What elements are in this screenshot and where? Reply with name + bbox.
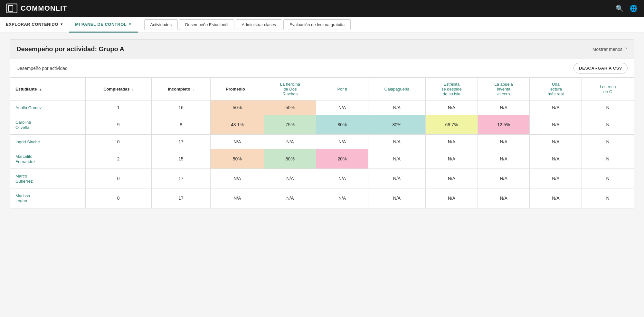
abuela-analia: N/A	[478, 101, 530, 115]
svg-rect-1	[8, 5, 13, 11]
sub-nav-left: EXPLORAR CONTENIDO ▼ MI PANEL DE CONTROL…	[0, 17, 138, 33]
porti-carolina: 80%	[316, 115, 368, 135]
col-header-estrellita[interactable]: Estrellitase despidede su isla	[426, 78, 478, 101]
col-header-incomplete[interactable]: Incompleto ↕	[151, 78, 210, 101]
sort-icon-incomplete: ↕	[193, 88, 194, 91]
tab-actividades[interactable]: Actividades	[144, 19, 178, 30]
completed-carolina: 9	[85, 115, 151, 135]
incomplete-marcelito: 15	[151, 149, 210, 169]
average-marissa: N/A	[211, 188, 264, 208]
student-analia[interactable]: Analia Gomez	[10, 101, 86, 115]
explore-content-nav[interactable]: EXPLORAR CONTENIDO ▼	[0, 17, 69, 33]
porti-analia: N/A	[316, 101, 368, 115]
section-title: Desempeño por actividad: Grupo A	[16, 45, 124, 53]
col-header-student[interactable]: Estudiante ▲	[10, 78, 86, 101]
col-header-los-recu[interactable]: Los recude C	[582, 78, 634, 101]
student-marcelito[interactable]: MarcelitoFernandez	[10, 149, 86, 169]
estrellita-ingrid: N/A	[426, 135, 478, 149]
table-row: MarcoGutierrez 0 17 N/A N/A N/A N/A N/A …	[10, 169, 634, 188]
performance-table-wrapper: Estudiante ▲ Completadas ↕ Incompleto ↕ …	[10, 77, 634, 208]
galapaguena-analia: N/A	[368, 101, 425, 115]
los-recu-marco: N	[582, 169, 634, 188]
average-ingrid: N/A	[211, 135, 264, 149]
incomplete-carolina: 8	[151, 115, 210, 135]
table-controls: Desempeño por actividad DESCARGAR A CSV	[10, 59, 634, 77]
explore-arrow-icon: ▼	[60, 22, 63, 26]
student-carolina[interactable]: CarolinaOlivella	[10, 115, 86, 135]
average-marcelito: 50%	[211, 149, 264, 169]
student-marco[interactable]: MarcoGutierrez	[10, 169, 86, 188]
abuela-marissa: N/A	[478, 188, 530, 208]
porti-marco: N/A	[316, 169, 368, 188]
table-row: CarolinaOlivella 9 8 48.1% 75% 80% 80% 6…	[10, 115, 634, 135]
tab-desempeno[interactable]: Desempeño Estudiantil	[179, 19, 234, 30]
sub-nav-tabs: Actividades Desempeño Estudiantil Admini…	[138, 17, 351, 33]
galapaguena-carolina: 80%	[368, 115, 425, 135]
table-label: Desempeño por actividad	[16, 66, 68, 71]
logo-text: COMMONLIT	[21, 4, 67, 13]
tab-evaluacion[interactable]: Evaluación de lectura gratuita	[283, 19, 351, 30]
una-lectura-analia: N/A	[530, 101, 582, 115]
average-analia: 50%	[211, 101, 264, 115]
globe-icon[interactable]: 🌐	[630, 5, 638, 12]
col-header-heroina[interactable]: La heroínade DosRiachos	[264, 78, 316, 101]
chevron-up-icon: ⌃	[624, 47, 628, 52]
una-lectura-marco: N/A	[530, 169, 582, 188]
abuela-carolina: 12.5%	[478, 115, 530, 135]
los-recu-ingrid: N	[582, 135, 634, 149]
heroina-analia: 50%	[264, 101, 316, 115]
col-header-una-lectura[interactable]: Unalecturamás real	[530, 78, 582, 101]
col-header-completed[interactable]: Completadas ↕	[85, 78, 151, 101]
los-recu-analia: N	[582, 101, 634, 115]
heroina-carolina: 75%	[264, 115, 316, 135]
show-less-button[interactable]: Mostrar menos ⌃	[592, 47, 628, 52]
dashboard-arrow-icon: ▼	[128, 22, 132, 26]
una-lectura-carolina: N/A	[530, 115, 582, 135]
average-carolina: 48.1%	[211, 115, 264, 135]
logo[interactable]: COMMONLIT	[6, 4, 67, 13]
search-icon[interactable]: 🔍	[616, 5, 624, 12]
col-header-abuela[interactable]: La abuelainventael cero	[478, 78, 530, 101]
student-ingrid[interactable]: Ingrid Sinche	[10, 135, 86, 149]
estrellita-marissa: N/A	[426, 188, 478, 208]
galapaguena-marissa: N/A	[368, 188, 425, 208]
main-content: Desempeño por actividad: Grupo A Mostrar…	[0, 33, 644, 317]
completed-marco: 0	[85, 169, 151, 188]
completed-marcelito: 2	[85, 149, 151, 169]
sub-navigation: EXPLORAR CONTENIDO ▼ MI PANEL DE CONTROL…	[0, 17, 644, 33]
porti-marcelito: 20%	[316, 149, 368, 169]
student-marissa[interactable]: MarissaLogan	[10, 188, 86, 208]
logo-icon	[6, 4, 17, 13]
table-row: MarissaLogan 0 17 N/A N/A N/A N/A N/A N/…	[10, 188, 634, 208]
estrellita-carolina: 66.7%	[426, 115, 478, 135]
table-row: MarcelitoFernandez 2 15 50% 80% 20% N/A …	[10, 149, 634, 169]
csv-download-button[interactable]: DESCARGAR A CSV	[573, 63, 628, 73]
col-header-porti[interactable]: Por ti	[316, 78, 368, 101]
nav-icons: 🔍 🌐	[616, 5, 638, 12]
galapaguena-marcelito: N/A	[368, 149, 425, 169]
incomplete-marco: 17	[151, 169, 210, 188]
heroina-marcelito: 80%	[264, 149, 316, 169]
heroina-ingrid: N/A	[264, 135, 316, 149]
col-header-galapaguena[interactable]: Galapagueña	[368, 78, 425, 101]
incomplete-analia: 16	[151, 101, 210, 115]
estrellita-marco: N/A	[426, 169, 478, 188]
abuela-ingrid: N/A	[478, 135, 530, 149]
los-recu-marissa: N	[582, 188, 634, 208]
col-header-average[interactable]: Promedio ↕	[211, 78, 264, 101]
una-lectura-marcelito: N/A	[530, 149, 582, 169]
completed-analia: 1	[85, 101, 151, 115]
top-navigation: COMMONLIT 🔍 🌐	[0, 0, 644, 17]
sort-icon-student: ▲	[39, 88, 42, 91]
performance-table: Estudiante ▲ Completadas ↕ Incompleto ↕ …	[10, 78, 634, 208]
table-row: Analia Gomez 1 16 50% 50% N/A N/A N/A N/…	[10, 101, 634, 115]
tab-administrar[interactable]: Administrar clases	[236, 19, 282, 30]
los-recu-marcelito: N	[582, 149, 634, 169]
estrellita-analia: N/A	[426, 101, 478, 115]
una-lectura-marissa: N/A	[530, 188, 582, 208]
porti-marissa: N/A	[316, 188, 368, 208]
abuela-marcelito: N/A	[478, 149, 530, 169]
los-recu-carolina: N	[582, 115, 634, 135]
heroina-marissa: N/A	[264, 188, 316, 208]
dashboard-nav[interactable]: MI PANEL DE CONTROL ▼	[69, 17, 137, 33]
